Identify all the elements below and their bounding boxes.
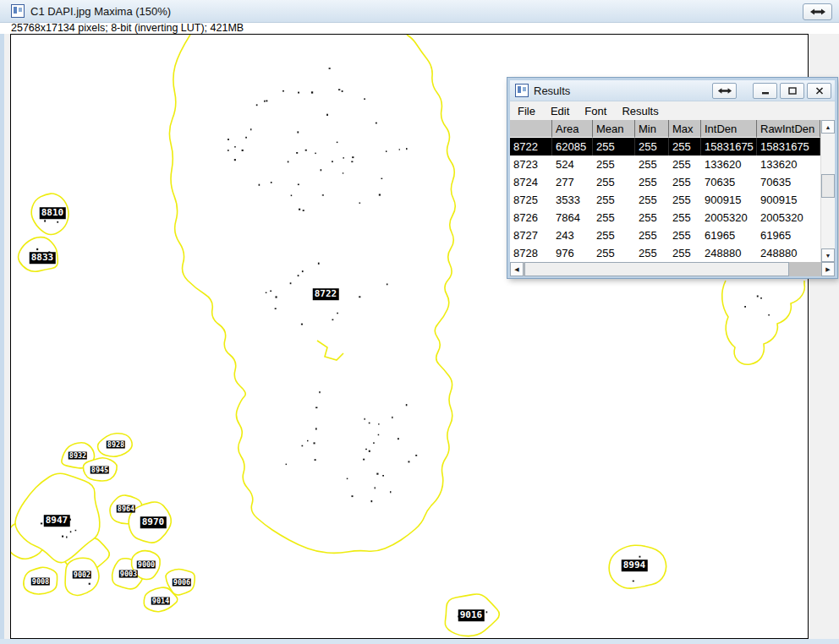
- maxima-point: [319, 391, 320, 393]
- maxima-point: [392, 417, 392, 418]
- results-resize-button[interactable]: [712, 83, 737, 99]
- maxima-point: [297, 131, 299, 133]
- maxima-point: [66, 537, 67, 538]
- close-icon: [815, 87, 824, 95]
- maxima-point: [338, 89, 340, 90]
- value-cell: 255: [593, 173, 635, 191]
- maxima-point: [321, 169, 322, 171]
- column-header-mean: Mean: [593, 120, 635, 138]
- table-row[interactable]: 8726786425525525520053202005320: [510, 209, 820, 226]
- maxima-point: [290, 282, 292, 284]
- menu-item-file[interactable]: File: [510, 105, 543, 117]
- scroll-down-icon: ▼: [825, 253, 831, 259]
- table-row[interactable]: 87272432552552556196561965: [510, 226, 820, 244]
- particle-badge: 9014: [151, 598, 170, 605]
- value-cell: 248880: [757, 244, 820, 262]
- row-id-cell: 8728: [510, 244, 552, 262]
- value-cell: 900915: [701, 191, 757, 209]
- menu-item-results[interactable]: Results: [614, 105, 666, 117]
- results-titlebar[interactable]: Results: [510, 80, 835, 101]
- value-cell: 243: [552, 226, 593, 244]
- value-cell: 900915: [757, 191, 820, 209]
- window-frame-left: [0, 34, 4, 639]
- maxima-point: [332, 161, 333, 162]
- maxima-point: [343, 172, 344, 173]
- maxima-point: [314, 442, 315, 444]
- double-horizontal-arrow-icon: [717, 87, 732, 95]
- maxima-point: [57, 221, 58, 223]
- maxima-point: [326, 114, 328, 116]
- value-cell: 2005320: [701, 209, 757, 226]
- scroll-up-button[interactable]: ▲: [821, 120, 835, 134]
- maxima-point: [760, 297, 762, 298]
- value-cell: 255: [593, 209, 635, 226]
- maxima-point: [307, 440, 309, 442]
- maxima-point: [250, 128, 251, 130]
- image-window-titlebar[interactable]: C1 DAPI.jpg Maxima (150%): [0, 0, 839, 23]
- value-cell: 255: [669, 173, 701, 191]
- results-close-button[interactable]: [807, 83, 831, 99]
- window-resize-button[interactable]: [803, 3, 832, 20]
- row-id-cell: 8722: [510, 138, 552, 156]
- maxima-point: [276, 296, 277, 297]
- maxima-point: [359, 296, 360, 297]
- menu-item-font[interactable]: Font: [577, 105, 614, 117]
- maximize-icon: [788, 87, 797, 95]
- particle-badge: 8810: [40, 207, 66, 219]
- particle-badge: 8945: [90, 467, 109, 474]
- scroll-left-button[interactable]: ◀: [510, 262, 524, 276]
- maxima-point: [270, 291, 271, 292]
- table-row[interactable]: 8723524255255255133620133620: [510, 156, 820, 173]
- image-status-text: 25768x17134 pixels; 8-bit (inverting LUT…: [0, 23, 839, 34]
- results-window: Results: [507, 78, 837, 278]
- table-row[interactable]: 8728976255255255248880248880: [510, 244, 820, 262]
- maxima-point: [303, 210, 304, 211]
- value-cell: 7864: [552, 209, 593, 226]
- results-table-header: AreaMeanMinMaxIntDenRawIntDen: [510, 120, 820, 138]
- maxima-point: [275, 308, 277, 309]
- maxima-point: [266, 292, 267, 293]
- scroll-down-button[interactable]: ▼: [821, 248, 835, 262]
- horizontal-scroll-thumb[interactable]: [524, 262, 789, 276]
- menu-item-edit[interactable]: Edit: [543, 105, 577, 117]
- maxima-point: [329, 68, 331, 69]
- maxima-point: [298, 184, 299, 186]
- particle-badge: 8964: [117, 505, 135, 513]
- maxima-point: [242, 150, 244, 151]
- scroll-right-button[interactable]: ▶: [821, 262, 835, 276]
- results-minimize-button[interactable]: [753, 83, 777, 99]
- results-maximize-button[interactable]: [780, 83, 804, 99]
- value-cell: 255: [593, 138, 635, 156]
- table-row[interactable]: 8722620852552552551583167515831675: [510, 138, 820, 156]
- table-row[interactable]: 87242772552552557063570635: [510, 173, 820, 191]
- maxima-point: [364, 98, 365, 100]
- maxima-point: [639, 556, 641, 558]
- maxima-point: [406, 148, 407, 150]
- results-vertical-scrollbar[interactable]: ▲ ▼: [820, 120, 835, 262]
- results-horizontal-scrollbar[interactable]: ◀ ▶: [510, 262, 835, 276]
- maxima-point: [44, 220, 46, 221]
- value-cell: 255: [669, 209, 701, 226]
- maxima-point: [291, 195, 293, 197]
- value-cell: 255: [635, 191, 669, 209]
- maxima-point: [359, 203, 361, 204]
- maxima-point: [365, 418, 365, 420]
- maxima-point: [399, 149, 400, 150]
- value-cell: 61965: [701, 226, 757, 244]
- particle-badge: 8932: [69, 452, 87, 460]
- value-cell: 15831675: [757, 138, 820, 156]
- maxima-point: [315, 459, 316, 461]
- maxima-point: [486, 611, 488, 613]
- maxima-point: [337, 142, 338, 144]
- maxima-point: [36, 248, 38, 250]
- value-cell: 2005320: [757, 209, 820, 226]
- image-window-title: C1 DAPI.jpg Maxima (150%): [30, 5, 171, 18]
- table-row[interactable]: 87253533255255255900915900915: [510, 191, 820, 209]
- maxima-point: [298, 92, 299, 94]
- vertical-scroll-thumb[interactable]: [821, 174, 835, 198]
- maxima-point: [337, 313, 338, 314]
- value-cell: 133620: [757, 156, 820, 173]
- maxima-point: [390, 491, 391, 493]
- double-horizontal-arrow-icon: [809, 8, 826, 16]
- value-cell: 524: [552, 156, 593, 173]
